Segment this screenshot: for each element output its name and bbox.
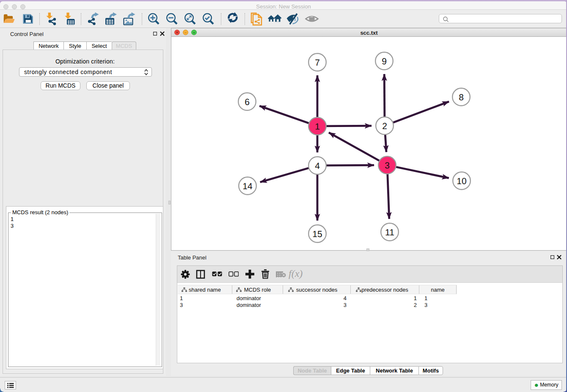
svg-text:11: 11 [385,228,394,237]
svg-text:7: 7 [315,58,320,68]
svg-text:3: 3 [385,161,390,171]
svg-text:4: 4 [315,161,320,171]
svg-text:9: 9 [382,57,387,66]
svg-text:15: 15 [312,229,322,239]
svg-text:2: 2 [382,121,387,131]
svg-text:10: 10 [457,177,466,186]
svg-text:8: 8 [459,93,464,102]
svg-text:6: 6 [245,97,250,107]
svg-text:14: 14 [242,182,253,191]
svg-text:1: 1 [315,122,320,132]
